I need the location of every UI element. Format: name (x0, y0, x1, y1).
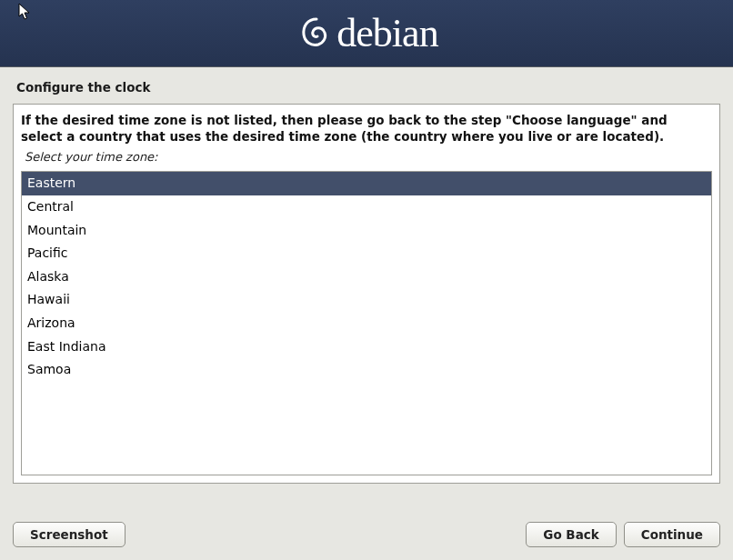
timezone-listbox[interactable]: EasternCentralMountainPacificAlaskaHawai… (21, 171, 712, 475)
timezone-option[interactable]: East Indiana (22, 335, 711, 359)
timezone-option[interactable]: Pacific (22, 242, 711, 265)
timezone-option[interactable]: Mountain (22, 219, 711, 243)
timezone-option[interactable]: Alaska (22, 265, 711, 289)
timezone-option[interactable]: Hawaii (22, 288, 711, 312)
debian-logo: debian (295, 10, 437, 56)
page-title: Configure the clock (0, 67, 733, 104)
instruction-text: If the desired time zone is not listed, … (14, 105, 719, 148)
go-back-button[interactable]: Go Back (526, 522, 616, 547)
timezone-option[interactable]: Arizona (22, 312, 711, 335)
timezone-option[interactable]: Samoa (22, 358, 711, 382)
screenshot-button[interactable]: Screenshot (13, 522, 126, 547)
debian-wordmark: debian (336, 10, 437, 56)
installer-header: debian (0, 0, 733, 67)
timezone-option[interactable]: Central (22, 195, 711, 219)
button-row: Screenshot Go Back Continue (13, 522, 720, 547)
main-panel: If the desired time zone is not listed, … (13, 104, 720, 484)
continue-button[interactable]: Continue (624, 522, 720, 547)
timezone-option[interactable]: Eastern (22, 172, 711, 195)
select-timezone-label: Select your time zone: (14, 148, 719, 169)
debian-swirl-icon (295, 12, 333, 55)
